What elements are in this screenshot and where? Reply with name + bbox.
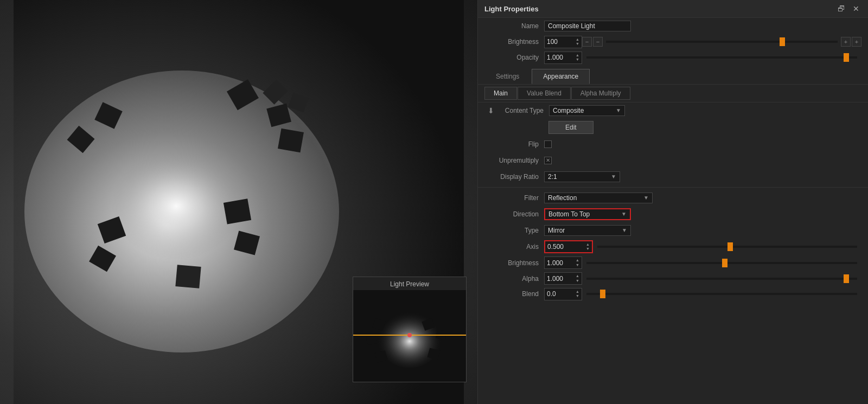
filter-brightness-input[interactable]: 1.000 ▲ ▼ — [544, 256, 582, 269]
unpremultiply-checkbox[interactable]: ✕ — [544, 157, 552, 164]
flip-label: Flip — [484, 140, 539, 148]
alpha-input[interactable]: 1.000 ▲ ▼ — [544, 272, 582, 285]
blend-up[interactable]: ▲ — [576, 290, 579, 294]
svg-rect-14 — [175, 265, 201, 288]
brightness-slider-track[interactable] — [606, 41, 838, 43]
axis-row: Axis 0.500 ▲ ▼ — [478, 239, 868, 255]
display-ratio-arrow: ▼ — [611, 174, 616, 179]
blend-row: Blend 0.0 ▲ ▼ — [478, 286, 868, 302]
brightness-spinner[interactable]: ▲ ▼ — [576, 37, 579, 47]
tab-settings[interactable]: Settings — [484, 69, 531, 84]
blend-slider[interactable] — [586, 293, 857, 295]
preview-axis-dot — [407, 333, 412, 337]
filter-select[interactable]: Reflection ▼ — [544, 193, 653, 203]
content-type-arrow: ▼ — [616, 107, 621, 113]
section-divider — [478, 187, 868, 188]
axis-value: 0.500 — [547, 243, 564, 251]
blend-input[interactable]: 0.0 ▲ ▼ — [544, 288, 582, 300]
brightness-input[interactable]: 100 ▲ ▼ — [544, 36, 582, 48]
axis-up[interactable]: ▲ — [586, 242, 590, 247]
download-icon: ⬇ — [484, 106, 497, 115]
sub-tab-main[interactable]: Main — [484, 87, 517, 100]
svg-rect-21 — [366, 335, 377, 345]
alpha-up[interactable]: ▲ — [576, 274, 579, 278]
window-controls: 🗗 ✕ — [835, 4, 861, 13]
sub-tab-alpha-multiply[interactable]: Alpha Multiply — [571, 87, 630, 100]
brightness-minus2-btn[interactable]: − — [593, 37, 603, 47]
flip-row: Flip — [478, 136, 868, 152]
alpha-spinner[interactable]: ▲ ▼ — [576, 274, 579, 283]
opacity-input[interactable]: 1.000 ▲ ▼ — [544, 52, 582, 64]
panel-title: Light Properties — [484, 5, 539, 13]
opacity-spinner[interactable]: ▲ ▼ — [576, 53, 579, 62]
opacity-up[interactable]: ▲ — [576, 53, 579, 57]
type-value: Mirror — [548, 227, 565, 234]
brightness-label: Brightness — [484, 38, 539, 46]
brightness-minus-btn[interactable]: − — [582, 37, 592, 47]
sub-tab-value-blend[interactable]: Value Blend — [518, 87, 571, 100]
brightness-plus2-btn[interactable]: + — [852, 37, 861, 47]
opacity-label: Opacity — [484, 54, 539, 61]
direction-row: Direction Bottom To Top ▼ — [478, 206, 868, 222]
blend-label: Blend — [484, 290, 539, 298]
alpha-down[interactable]: ▼ — [576, 279, 579, 283]
name-label: Name — [484, 22, 539, 30]
right-panel: Light Properties 🗗 ✕ Name Brightness 100… — [477, 0, 868, 404]
axis-slider-track[interactable] — [597, 246, 857, 248]
alpha-row: Alpha 1.000 ▲ ▼ — [478, 271, 868, 286]
alpha-value: 1.000 — [547, 275, 563, 283]
type-label: Type — [484, 227, 539, 234]
alpha-slider[interactable] — [586, 278, 857, 280]
sub-tabs: Main Value Blend Alpha Multiply — [478, 85, 868, 102]
direction-select[interactable]: Bottom To Top ▼ — [544, 208, 631, 220]
blend-spinner[interactable]: ▲ ▼ — [576, 290, 579, 299]
edit-button[interactable]: Edit — [548, 121, 593, 134]
light-preview-label: Light Preview — [353, 277, 466, 290]
blend-down[interactable]: ▼ — [576, 294, 579, 298]
opacity-row: Opacity 1.000 ▲ ▼ — [478, 50, 868, 66]
filter-arrow: ▼ — [643, 195, 649, 201]
direction-label: Direction — [484, 210, 539, 218]
display-ratio-row: Display Ratio 2:1 ▼ — [478, 169, 868, 185]
brightness-value: 100 — [547, 38, 558, 46]
filter-brightness-label: Brightness — [484, 259, 539, 267]
filter-brightness-spinner[interactable]: ▲ ▼ — [576, 258, 579, 267]
minimize-button[interactable]: 🗗 — [835, 4, 847, 13]
alpha-label: Alpha — [484, 275, 539, 283]
light-preview-content — [353, 290, 466, 380]
display-ratio-label: Display Ratio — [484, 173, 539, 181]
content-type-label: Content Type — [497, 107, 544, 114]
axis-down[interactable]: ▼ — [586, 247, 590, 251]
fb-up[interactable]: ▲ — [576, 258, 579, 262]
opacity-down[interactable]: ▼ — [576, 57, 579, 62]
brightness-up[interactable]: ▲ — [576, 37, 579, 42]
filter-brightness-slider[interactable] — [586, 262, 857, 264]
type-row: Type Mirror ▼ — [478, 222, 868, 239]
filter-row: Filter Reflection ▼ — [478, 190, 868, 206]
brightness-down[interactable]: ▼ — [576, 42, 579, 46]
close-button[interactable]: ✕ — [851, 4, 861, 13]
filter-label: Filter — [484, 194, 539, 202]
name-input[interactable] — [544, 21, 631, 31]
blend-value: 0.0 — [547, 290, 556, 298]
direction-value: Bottom To Top — [548, 210, 590, 218]
svg-point-2 — [111, 152, 241, 260]
unpremultiply-row: Unpremultiply ✕ — [478, 152, 868, 169]
type-select[interactable]: Mirror ▼ — [544, 225, 631, 236]
content-type-select[interactable]: Composite ▼ — [549, 105, 625, 116]
panel-header: Light Properties 🗗 ✕ — [478, 0, 868, 18]
panel-spacer — [478, 302, 868, 404]
opacity-slider-track[interactable] — [586, 56, 857, 59]
name-row: Name — [478, 18, 868, 34]
axis-input[interactable]: 0.500 ▲ ▼ — [544, 240, 593, 254]
flip-checkbox[interactable] — [544, 140, 552, 148]
opacity-value: 1.000 — [547, 54, 563, 61]
fb-down[interactable]: ▼ — [576, 263, 579, 267]
axis-spinner[interactable]: ▲ ▼ — [586, 242, 590, 252]
content-type-value: Composite — [553, 107, 584, 114]
brightness-plus-btn[interactable]: + — [841, 37, 851, 47]
display-ratio-select[interactable]: 2:1 ▼ — [544, 171, 620, 182]
light-preview-panel: Light Preview — [353, 277, 467, 382]
tab-appearance[interactable]: Appearance — [532, 69, 590, 84]
filter-brightness-row: Brightness 1.000 ▲ ▼ — [478, 255, 868, 271]
